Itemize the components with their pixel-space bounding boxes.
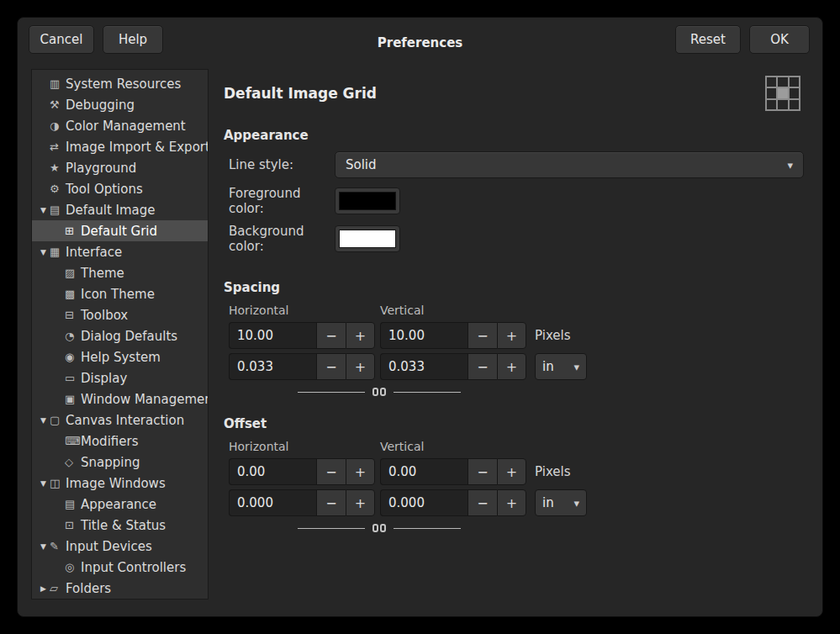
sidebar-item-folders[interactable]: ▶ ▱ Folders — [32, 578, 208, 599]
page-title: Default Image Grid — [224, 85, 377, 102]
sidebar-item-input-controllers[interactable]: ◎ Input Controllers — [32, 557, 208, 578]
offset-pixels-unit-label: Pixels — [535, 464, 571, 479]
expander-icon[interactable]: ▼ — [37, 206, 50, 214]
expander-icon[interactable]: ▶ — [37, 584, 50, 593]
sidebar-item-system-resources[interactable]: ▥ System Resources — [32, 73, 208, 94]
sidebar-item-title-status[interactable]: ⊡ Title & Status — [32, 515, 208, 536]
sidebar-item-label: Interface — [66, 245, 122, 260]
spacing-horizontal-units-increment-button[interactable]: + — [346, 353, 375, 380]
help-system-icon: ◉ — [65, 351, 81, 363]
offset-vertical-units-decrement-button[interactable]: − — [468, 489, 497, 516]
ok-button[interactable]: OK — [749, 25, 810, 54]
sidebar-item-debugging[interactable]: ⚒ Debugging — [32, 94, 208, 115]
offset-vertical-pixels-decrement-button[interactable]: − — [468, 458, 497, 485]
expander-icon[interactable]: ▼ — [37, 248, 50, 256]
sidebar-item-dialog-defaults[interactable]: ◔ Dialog Defaults — [32, 325, 208, 346]
offset-vertical-pixels-increment-button[interactable]: + — [497, 458, 526, 485]
expander-icon[interactable]: ▼ — [37, 416, 50, 425]
window-management-icon: ▣ — [65, 393, 81, 405]
offset-vertical-units-increment-button[interactable]: + — [497, 489, 526, 516]
offset-vertical-header: Vertical — [380, 440, 531, 453]
spacing-vertical-units-increment-button[interactable]: + — [497, 353, 526, 380]
spacing-vertical-pixels-input[interactable] — [380, 322, 468, 349]
offset-horizontal-units-input[interactable] — [229, 489, 316, 516]
spacing-vertical-pixels-decrement-button[interactable]: − — [468, 322, 497, 349]
spacing-horizontal-units-decrement-button[interactable]: − — [316, 353, 346, 380]
canvas-interaction-icon: ▢ — [50, 414, 66, 426]
expander-icon[interactable]: ▼ — [37, 479, 50, 488]
offset-horizontal-units-increment-button[interactable]: + — [346, 489, 375, 516]
debugging-icon: ⚒ — [50, 98, 66, 111]
sidebar-item-label: Default Image — [66, 203, 156, 218]
sidebar-item-image-windows[interactable]: ▼ ◫ Image Windows — [32, 473, 208, 494]
spacing-chain-broken-icon[interactable] — [372, 388, 386, 396]
background-color-button[interactable] — [335, 225, 400, 252]
input-devices-icon: ✎ — [50, 540, 66, 552]
default-image-icon: ▤ — [50, 203, 66, 216]
offset-horizontal-units-decrement-button[interactable]: − — [316, 489, 346, 516]
offset-vertical-units-input[interactable] — [380, 489, 468, 516]
sidebar-item-canvas-interaction[interactable]: ▼ ▢ Canvas Interaction — [32, 409, 208, 431]
sidebar-item-label: Default Grid — [81, 224, 157, 239]
section-title-offset: Offset — [224, 416, 804, 431]
spacing-horizontal-pixels-decrement-button[interactable]: − — [316, 322, 346, 349]
sidebar-item-label: Image Import & Export — [66, 140, 209, 155]
sidebar-item-toolbox[interactable]: ⊟ Toolbox — [32, 304, 208, 325]
sidebar-item-icon-theme[interactable]: ▩ Icon Theme — [32, 283, 208, 304]
sidebar-item-interface[interactable]: ▼ ▦ Interface — [32, 241, 208, 262]
sidebar-item-playground[interactable]: ★ Playground — [32, 157, 208, 178]
sidebar-item-window-management[interactable]: ▣ Window Management — [32, 388, 208, 409]
sidebar-item-default-grid[interactable]: ⊞ Default Grid — [32, 220, 208, 241]
offset-unit-dropdown[interactable]: in ▾ — [535, 489, 587, 516]
foreground-color-button[interactable] — [335, 188, 400, 214]
offset-vertical-pixels-input[interactable] — [380, 458, 468, 485]
expander-icon[interactable]: ▼ — [37, 542, 50, 551]
spacing-horizontal-pixels-input[interactable] — [229, 322, 316, 349]
grid-preview-icon — [765, 76, 800, 111]
sidebar-item-input-devices[interactable]: ▼ ✎ Input Devices — [32, 536, 208, 557]
sidebar-item-image-import-export[interactable]: ⇄ Image Import & Export — [32, 136, 208, 157]
spacing-vertical-pixels-spinner: − + — [380, 322, 529, 349]
snapping-icon: ◇ — [65, 456, 81, 468]
system-resources-icon: ▥ — [50, 77, 66, 90]
spacing-unit-dropdown[interactable]: in ▾ — [535, 353, 587, 380]
cancel-button[interactable]: Cancel — [29, 25, 94, 54]
offset-horizontal-pixels-increment-button[interactable]: + — [346, 458, 375, 485]
sidebar-item-appearance[interactable]: ▤ Appearance — [32, 494, 208, 515]
help-button[interactable]: Help — [103, 25, 163, 54]
sidebar-item-tool-options[interactable]: ⚙ Tool Options — [32, 178, 208, 199]
sidebar-item-display[interactable]: ▭ Display — [32, 367, 208, 388]
offset-horizontal-header: Horizontal — [229, 440, 380, 453]
chain-arm-right — [394, 528, 461, 529]
offset-horizontal-pixels-decrement-button[interactable]: − — [316, 458, 346, 485]
spacing-section: Spacing Horizontal Vertical − + − + — [224, 280, 804, 396]
spacing-vertical-pixels-increment-button[interactable]: + — [497, 322, 526, 349]
sidebar-item-theme[interactable]: ▨ Theme — [32, 262, 208, 283]
section-title-appearance: Appearance — [224, 128, 804, 143]
line-style-dropdown[interactable]: Solid ▾ — [335, 151, 804, 178]
offset-chain-row — [229, 524, 530, 532]
image-windows-icon: ◫ — [50, 477, 66, 489]
sidebar-item-snapping[interactable]: ◇ Snapping — [32, 452, 208, 473]
offset-chain-broken-icon[interactable] — [372, 524, 386, 532]
spacing-vertical-units-decrement-button[interactable]: − — [468, 353, 497, 380]
offset-horizontal-pixels-input[interactable] — [229, 458, 316, 485]
spacing-horizontal-units-input[interactable] — [229, 353, 316, 380]
sidebar-item-modifiers[interactable]: ⌨ Modifiers — [32, 431, 208, 452]
sidebar-item-help-system[interactable]: ◉ Help System — [32, 346, 208, 367]
spacing-vertical-units-spinner: − + — [380, 353, 529, 380]
sidebar-item-label: Playground — [66, 161, 136, 176]
sidebar-item-label: Image Windows — [66, 476, 166, 491]
spacing-pixels-unit-label: Pixels — [535, 328, 571, 343]
foreground-color-label: Foreground color: — [229, 186, 335, 216]
section-title-spacing: Spacing — [224, 280, 804, 295]
appearance-icon: ▤ — [65, 498, 81, 510]
chain-arm-right — [394, 392, 461, 393]
reset-button[interactable]: Reset — [675, 25, 741, 54]
offset-horizontal-pixels-spinner: − + — [229, 458, 378, 485]
sidebar-item-default-image[interactable]: ▼ ▤ Default Image — [32, 199, 208, 220]
spacing-vertical-units-input[interactable] — [380, 353, 468, 380]
image-import-export-icon: ⇄ — [50, 140, 66, 153]
sidebar-item-color-management[interactable]: ◑ Color Management — [32, 115, 208, 136]
spacing-horizontal-pixels-increment-button[interactable]: + — [346, 322, 375, 349]
